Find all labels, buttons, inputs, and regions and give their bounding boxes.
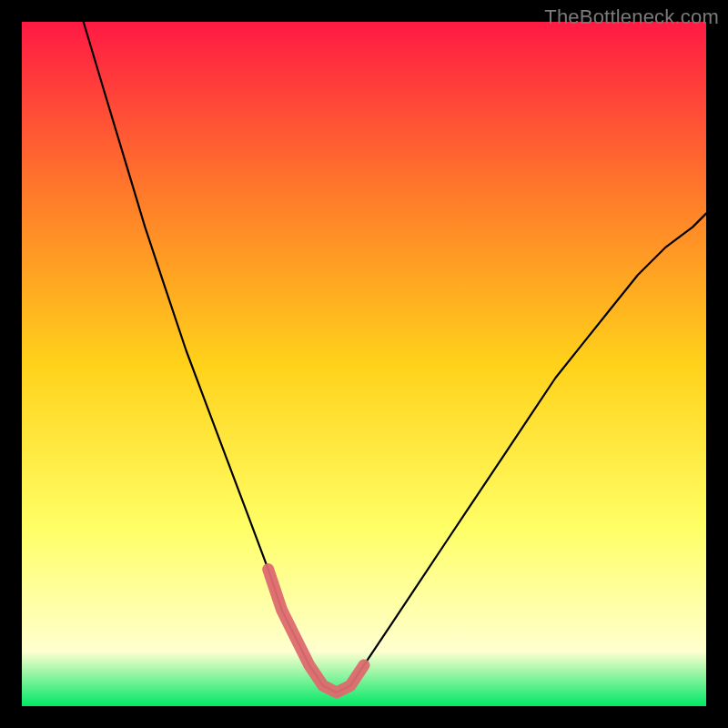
watermark-text: TheBottleneck.com [544, 5, 719, 29]
chart-svg [22, 22, 706, 706]
chart-frame: TheBottleneck.com [0, 0, 728, 728]
plot-area [22, 22, 706, 706]
gradient-background [22, 22, 706, 706]
